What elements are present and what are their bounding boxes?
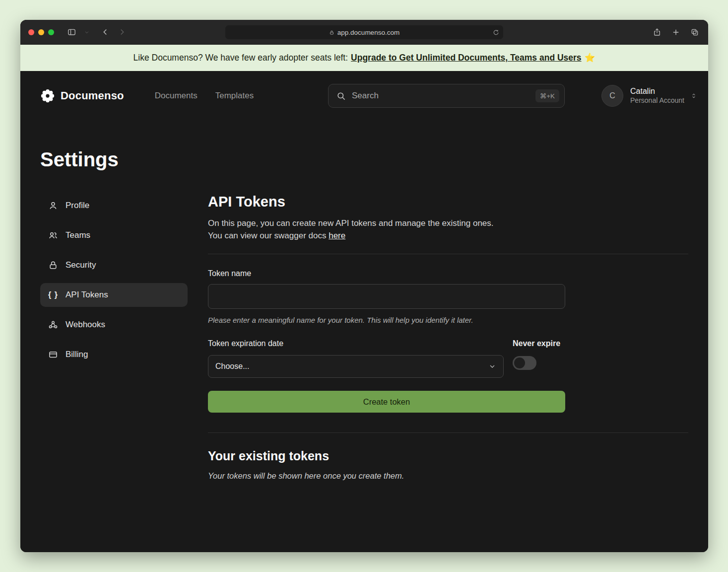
braces-icon: { } xyxy=(48,290,58,299)
brand[interactable]: Documenso xyxy=(40,88,124,103)
brand-name: Documenso xyxy=(61,89,124,102)
nav-documents[interactable]: Documents xyxy=(155,91,198,101)
lock-icon xyxy=(48,260,58,270)
url-text: app.documenso.com xyxy=(337,29,399,36)
account-type: Personal Account xyxy=(630,96,684,105)
refresh-icon[interactable] xyxy=(493,29,499,36)
close-button[interactable] xyxy=(28,29,34,35)
existing-tokens-heading: Your existing tokens xyxy=(208,449,688,463)
tab-overview-icon[interactable] xyxy=(690,28,699,37)
nav-templates[interactable]: Templates xyxy=(215,91,254,101)
sidebar-item-profile[interactable]: Profile xyxy=(40,194,188,217)
expiration-label: Token expiration date xyxy=(208,339,504,348)
sidebar-item-label: API Tokens xyxy=(66,290,108,300)
browser-window: app.documenso.com Like Documenso? We hav… xyxy=(20,20,708,552)
search-icon xyxy=(336,91,346,101)
sidebar-item-security[interactable]: Security xyxy=(40,253,188,277)
upgrade-link[interactable]: Upgrade to Get Unlimited Documents, Team… xyxy=(351,53,582,63)
create-token-button[interactable]: Create token xyxy=(208,391,565,413)
existing-tokens-hint: Your tokens will be shown here once you … xyxy=(208,471,688,481)
token-name-input[interactable] xyxy=(208,284,565,309)
users-icon xyxy=(48,230,58,240)
sidebar-item-label: Profile xyxy=(66,201,89,211)
account-name: Catalin xyxy=(630,86,684,96)
documenso-app: Documenso Documents Templates Search ⌘+K… xyxy=(20,71,708,552)
section-description: On this page, you can create new API tok… xyxy=(208,217,688,242)
description-line-1: On this page, you can create new API tok… xyxy=(208,218,494,228)
credit-card-icon xyxy=(48,350,58,359)
chevron-down-icon[interactable] xyxy=(84,30,89,35)
browser-titlebar: app.documenso.com xyxy=(20,20,708,45)
sidebar-item-billing[interactable]: Billing xyxy=(40,343,188,366)
expiration-selected-value: Choose... xyxy=(215,362,249,371)
swagger-docs-link[interactable]: here xyxy=(329,231,345,240)
traffic-lights xyxy=(28,29,54,35)
description-line-2: You can view our swagger docs xyxy=(208,231,329,240)
sidebar-item-api-tokens[interactable]: { } API Tokens xyxy=(40,283,188,307)
never-expire-label: Never expire xyxy=(513,339,560,348)
divider xyxy=(208,254,688,254)
token-name-hint: Please enter a meaningful name for your … xyxy=(208,316,688,324)
sidebar-item-label: Billing xyxy=(66,350,88,359)
sidebar-item-label: Security xyxy=(66,260,96,270)
search-shortcut-badge: ⌘+K xyxy=(535,89,559,102)
chevron-up-down-icon xyxy=(690,92,697,100)
new-tab-icon[interactable] xyxy=(671,28,680,37)
search-placeholder: Search xyxy=(352,91,379,101)
never-expire-toggle[interactable] xyxy=(513,356,536,370)
forward-button-icon[interactable] xyxy=(118,28,126,36)
webhook-icon xyxy=(48,320,58,330)
sidebar-item-teams[interactable]: Teams xyxy=(40,223,188,247)
minimize-button[interactable] xyxy=(38,29,44,35)
share-icon[interactable] xyxy=(653,28,662,37)
divider xyxy=(208,432,688,433)
main-nav: Documents Templates xyxy=(155,91,254,101)
sidebar-toggle-icon[interactable] xyxy=(67,27,76,37)
user-icon xyxy=(48,201,58,211)
lock-icon xyxy=(329,30,334,35)
section-heading: API Tokens xyxy=(208,194,688,210)
sidebar-item-webhooks[interactable]: Webhooks xyxy=(40,313,188,337)
sidebar-item-label: Webhooks xyxy=(66,320,105,330)
app-header: Documenso Documents Templates Search ⌘+K… xyxy=(20,71,708,121)
page-title: Settings xyxy=(40,148,688,171)
settings-sidebar: Profile Teams Security xyxy=(40,194,188,372)
promo-text: Like Documenso? We have few early adopte… xyxy=(133,53,348,63)
zoom-button[interactable] xyxy=(48,29,54,35)
search-input[interactable]: Search ⌘+K xyxy=(328,84,565,108)
documenso-logo-icon xyxy=(40,88,55,103)
promo-banner: Like Documenso? We have few early adopte… xyxy=(20,45,708,71)
account-menu[interactable]: C Catalin Personal Account xyxy=(601,85,697,107)
sidebar-item-label: Teams xyxy=(66,230,90,240)
chevron-down-icon xyxy=(488,362,496,370)
token-name-label: Token name xyxy=(208,269,688,278)
address-bar[interactable]: app.documenso.com xyxy=(225,25,503,39)
api-tokens-panel: API Tokens On this page, you can create … xyxy=(208,194,688,481)
avatar: C xyxy=(601,85,623,107)
star-emoji-icon: ⭐ xyxy=(585,53,596,63)
expiration-select[interactable]: Choose... xyxy=(208,355,504,378)
toggle-knob xyxy=(514,358,525,368)
back-button-icon[interactable] xyxy=(101,28,110,36)
